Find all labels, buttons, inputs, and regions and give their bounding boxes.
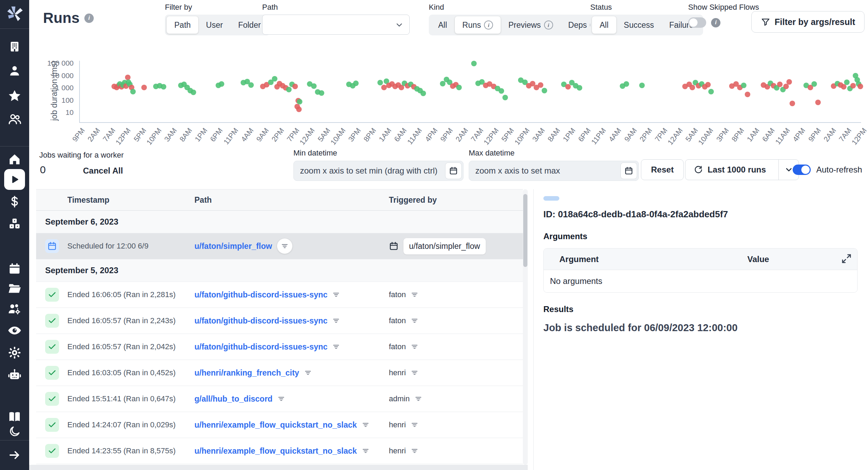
play-icon[interactable] bbox=[4, 169, 25, 190]
run-row[interactable]: Ended 16:06:05 (Ran in 2,281s)u/faton/gi… bbox=[36, 282, 523, 308]
max-datetime-calendar-button[interactable] bbox=[620, 162, 637, 179]
run-row[interactable]: Ended 14:24:07 (Ran in 0,029s)u/henri/ex… bbox=[36, 412, 523, 438]
arrow-right-icon[interactable] bbox=[8, 448, 21, 462]
triggered-filter-button[interactable] bbox=[411, 317, 418, 325]
path-link[interactable]: u/faton/github-discord-issues-sync bbox=[194, 290, 327, 300]
tab-runs[interactable]: Runsi bbox=[455, 16, 501, 34]
min-datetime-input[interactable] bbox=[293, 161, 464, 181]
success-point[interactable] bbox=[130, 89, 136, 94]
gear-icon[interactable] bbox=[8, 346, 22, 360]
dollar-icon[interactable] bbox=[8, 195, 21, 208]
success-point[interactable] bbox=[502, 95, 508, 100]
success-point[interactable] bbox=[639, 83, 645, 88]
show-skipped-toggle[interactable] bbox=[688, 17, 706, 28]
failure-point[interactable] bbox=[790, 101, 795, 106]
triggered-filter-button[interactable] bbox=[411, 447, 418, 455]
run-row[interactable]: Scheduled for 12:00 6/9u/faton/simpler_f… bbox=[36, 233, 523, 259]
info-icon[interactable]: i bbox=[484, 20, 493, 30]
max-datetime-input[interactable] bbox=[469, 161, 639, 181]
success-point[interactable] bbox=[219, 81, 224, 87]
runs-info-icon[interactable]: i bbox=[84, 14, 94, 23]
success-point[interactable] bbox=[624, 81, 629, 87]
failure-point[interactable] bbox=[786, 79, 792, 85]
path-select[interactable] bbox=[262, 15, 410, 35]
duration-chart[interactable]: job duration (ms) 100 00010 0001 0001001… bbox=[29, 45, 868, 149]
failure-point[interactable] bbox=[292, 84, 298, 89]
failure-point[interactable] bbox=[141, 85, 147, 90]
path-filter-button[interactable] bbox=[332, 343, 340, 351]
user-icon[interactable] bbox=[8, 64, 21, 77]
tab-path[interactable]: Path bbox=[167, 16, 198, 34]
path-link[interactable]: u/faton/simpler_flow bbox=[194, 242, 272, 251]
path-link[interactable]: u/faton/github-discord-issues-sync bbox=[194, 316, 327, 326]
path-filter-button[interactable] bbox=[304, 369, 312, 377]
table-horizontal-scrollbar[interactable] bbox=[29, 465, 528, 470]
filter-args-button[interactable]: Filter by args/result bbox=[751, 11, 865, 33]
success-point[interactable] bbox=[420, 91, 426, 96]
success-point[interactable] bbox=[499, 88, 504, 94]
robot-icon[interactable] bbox=[7, 368, 22, 382]
users-icon[interactable] bbox=[8, 112, 22, 126]
triggered-filter-button[interactable] bbox=[411, 291, 418, 299]
success-point[interactable] bbox=[286, 87, 292, 92]
star-icon[interactable] bbox=[8, 89, 22, 103]
tab-previews[interactable]: Previewsi bbox=[501, 16, 560, 34]
cubes-icon[interactable] bbox=[8, 217, 22, 230]
failure-point[interactable] bbox=[538, 82, 543, 88]
success-point[interactable] bbox=[542, 88, 547, 93]
success-point[interactable] bbox=[471, 61, 477, 66]
auto-refresh-toggle[interactable] bbox=[793, 165, 811, 175]
expand-icon[interactable] bbox=[841, 253, 852, 265]
path-link[interactable]: u/henri/ranking_french_city bbox=[194, 368, 299, 378]
success-point[interactable] bbox=[311, 83, 317, 89]
failure-point[interactable] bbox=[777, 82, 783, 87]
home-icon[interactable] bbox=[8, 153, 21, 166]
triggered-filter-button[interactable] bbox=[411, 421, 418, 429]
success-point[interactable] bbox=[353, 81, 359, 86]
success-point[interactable] bbox=[161, 84, 166, 90]
path-link[interactable]: g/all/hub_to_discord bbox=[194, 394, 273, 404]
success-point[interactable] bbox=[708, 89, 714, 94]
success-point[interactable] bbox=[456, 85, 462, 90]
path-link[interactable]: u/faton/github-discord-issues-sync bbox=[194, 342, 327, 352]
run-row[interactable]: Ended 16:05:57 (Ran in 2,243s)u/faton/gi… bbox=[36, 308, 523, 334]
windmill-logo[interactable] bbox=[5, 5, 24, 24]
success-point[interactable] bbox=[248, 82, 254, 88]
path-link[interactable]: u/henri/example_flow_quickstart_no_slack bbox=[194, 420, 357, 430]
success-point[interactable] bbox=[191, 90, 196, 95]
calendar-icon[interactable] bbox=[8, 262, 21, 275]
success-point[interactable] bbox=[741, 83, 746, 88]
path-link[interactable]: u/henri/example_flow_quickstart_no_slack bbox=[194, 446, 357, 456]
refresh-runs-button[interactable]: Last 1000 runs bbox=[685, 160, 774, 180]
path-filter-button[interactable] bbox=[277, 395, 285, 403]
building-icon[interactable] bbox=[8, 40, 21, 53]
tab-all[interactable]: All bbox=[592, 16, 616, 34]
failure-point[interactable] bbox=[850, 83, 856, 89]
failure-point[interactable] bbox=[705, 82, 711, 87]
skipped-info-icon[interactable]: i bbox=[711, 18, 720, 27]
path-filter-button[interactable] bbox=[332, 317, 340, 325]
success-point[interactable] bbox=[844, 79, 850, 85]
min-datetime-calendar-button[interactable] bbox=[445, 162, 462, 179]
cancel-all-button[interactable]: Cancel All bbox=[83, 166, 123, 176]
eye-icon[interactable] bbox=[7, 323, 22, 338]
run-row[interactable]: Ended 16:05:57 (Ran in 2,042s)u/faton/gi… bbox=[36, 334, 523, 360]
triggered-filter-button[interactable] bbox=[411, 343, 418, 351]
success-point[interactable] bbox=[577, 85, 582, 91]
table-vertical-scrollbar[interactable] bbox=[523, 189, 528, 465]
triggered-filter-button[interactable] bbox=[415, 395, 422, 403]
triggered-filter-button[interactable] bbox=[411, 369, 418, 377]
run-row[interactable]: Ended 16:03:05 (Ran in 0,452s)u/henri/ra… bbox=[36, 360, 523, 386]
success-point[interactable] bbox=[811, 81, 817, 87]
path-filter-button[interactable] bbox=[277, 238, 292, 254]
path-filter-button[interactable] bbox=[332, 291, 340, 299]
path-filter-button[interactable] bbox=[362, 447, 369, 455]
tab-all[interactable]: All bbox=[431, 16, 455, 34]
path-filter-button[interactable] bbox=[362, 421, 369, 429]
moon-icon[interactable] bbox=[8, 425, 21, 438]
failure-point[interactable] bbox=[745, 92, 750, 97]
users-gear-icon[interactable] bbox=[8, 302, 22, 316]
success-point[interactable] bbox=[297, 99, 302, 104]
tab-success[interactable]: Success bbox=[616, 16, 662, 34]
failure-point[interactable] bbox=[296, 107, 302, 112]
